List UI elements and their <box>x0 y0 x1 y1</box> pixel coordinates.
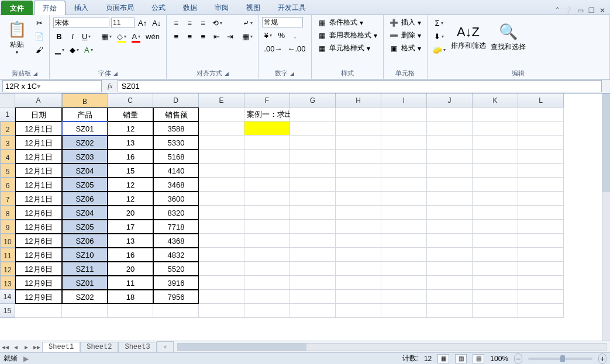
cell-F12[interactable] <box>244 262 290 276</box>
cell-L15[interactable] <box>518 304 564 318</box>
cell-B10[interactable]: SZ06 <box>62 234 108 248</box>
cell-C13[interactable]: 11 <box>108 276 153 290</box>
cell-H12[interactable] <box>336 262 381 276</box>
cell-G6[interactable] <box>290 178 336 192</box>
format-cells-button[interactable]: ▣格式 ▾ <box>387 43 423 54</box>
align-right-button[interactable]: ≡ <box>197 30 209 42</box>
bold-button[interactable]: B <box>53 30 65 42</box>
cell-E13[interactable] <box>199 276 244 290</box>
cell-G14[interactable] <box>290 290 336 304</box>
cell-J4[interactable] <box>427 150 473 164</box>
sort-filter-button[interactable]: A↓Z 排序和筛选 <box>450 17 487 58</box>
cell-G13[interactable] <box>290 276 336 290</box>
formula-input[interactable]: SZ01 <box>118 80 602 92</box>
cell-K3[interactable] <box>473 136 518 150</box>
col-header-G[interactable]: G <box>290 93 336 108</box>
increase-font-button[interactable]: A↑ <box>136 17 149 29</box>
cell-C4[interactable]: 16 <box>108 150 153 164</box>
cell-J1[interactable] <box>427 108 473 122</box>
view-layout-button[interactable]: ▥ <box>455 354 467 363</box>
cell-J3[interactable] <box>427 136 473 150</box>
cell-A2[interactable]: 12月1日 <box>15 122 62 136</box>
cell-C15[interactable] <box>108 304 153 318</box>
sheet-tab-3[interactable]: Sheet3 <box>118 342 156 352</box>
inc-decimal-button[interactable]: .00→ <box>262 43 284 54</box>
cell-C11[interactable]: 16 <box>108 248 153 262</box>
cell-B6[interactable]: SZ05 <box>62 178 108 192</box>
tab-layout[interactable]: 页面布局 <box>97 0 143 15</box>
cell-C2[interactable]: 12 <box>108 122 153 136</box>
cell-F10[interactable] <box>244 234 290 248</box>
cell-L11[interactable] <box>518 248 564 262</box>
insert-cells-button[interactable]: ➕插入 ▾ <box>387 17 423 28</box>
cell-B8[interactable]: SZ04 <box>62 206 108 220</box>
cell-H10[interactable] <box>336 234 381 248</box>
zoom-level[interactable]: 100% <box>490 355 508 363</box>
cell-K7[interactable] <box>473 192 518 206</box>
fx-icon[interactable]: fx <box>103 82 118 91</box>
font-color-button[interactable]: A <box>130 30 142 42</box>
cell-G3[interactable] <box>290 136 336 150</box>
cell-L4[interactable] <box>518 150 564 164</box>
row-header-15[interactable]: 15 <box>0 304 15 318</box>
cell-D10[interactable]: 4368 <box>153 234 199 248</box>
zoom-slider[interactable] <box>528 358 592 360</box>
align-top-button[interactable]: ≡ <box>170 17 182 29</box>
name-box[interactable]: 12R x 1C <box>2 80 102 92</box>
percent-button[interactable]: % <box>275 29 287 41</box>
cell-A8[interactable]: 12月6日 <box>15 206 62 220</box>
row-header-1[interactable]: 1 <box>0 108 15 122</box>
cell-E10[interactable] <box>199 234 244 248</box>
table-format-button[interactable]: ▦套用表格格式 ▾ <box>315 30 380 41</box>
cell-C8[interactable]: 20 <box>108 206 153 220</box>
cell-H11[interactable] <box>336 248 381 262</box>
cell-D9[interactable]: 7718 <box>153 220 199 234</box>
cell-B4[interactable]: SZ03 <box>62 150 108 164</box>
cell-D11[interactable]: 4832 <box>153 248 199 262</box>
cell-B11[interactable]: SZ10 <box>62 248 108 262</box>
border-bottom-button[interactable]: ▁ <box>53 44 66 56</box>
cell-E12[interactable] <box>199 262 244 276</box>
cell-G9[interactable] <box>290 220 336 234</box>
cell-H8[interactable] <box>336 206 381 220</box>
cell-D7[interactable]: 3600 <box>153 192 199 206</box>
tab-insert[interactable]: 插入 <box>66 0 97 15</box>
cell-F5[interactable] <box>244 164 290 178</box>
row-header-3[interactable]: 3 <box>0 136 15 150</box>
cell-L9[interactable] <box>518 220 564 234</box>
align-bottom-button[interactable]: ≡ <box>197 17 209 29</box>
cell-E7[interactable] <box>199 192 244 206</box>
cell-K12[interactable] <box>473 262 518 276</box>
row-header-8[interactable]: 8 <box>0 206 15 220</box>
cell-I13[interactable] <box>381 276 427 290</box>
cell-A3[interactable]: 12月1日 <box>15 136 62 150</box>
row-header-11[interactable]: 11 <box>0 248 15 262</box>
cell-E9[interactable] <box>199 220 244 234</box>
cell-J8[interactable] <box>427 206 473 220</box>
align-center-button[interactable]: ≡ <box>184 30 195 42</box>
cell-E5[interactable] <box>199 164 244 178</box>
cell-A13[interactable]: 12月9日 <box>15 276 62 290</box>
minimize-ribbon-icon[interactable]: ˄ <box>556 6 559 15</box>
cell-F2[interactable] <box>244 122 290 136</box>
cell-A4[interactable]: 12月1日 <box>15 150 62 164</box>
cell-L6[interactable] <box>518 178 564 192</box>
cell-L8[interactable] <box>518 206 564 220</box>
cell-J7[interactable] <box>427 192 473 206</box>
cell-L12[interactable] <box>518 262 564 276</box>
cell-I2[interactable] <box>381 122 427 136</box>
vertical-scrollbar[interactable] <box>602 93 610 341</box>
cell-G7[interactable] <box>290 192 336 206</box>
font-select[interactable] <box>53 18 109 28</box>
cell-J15[interactable] <box>427 304 473 318</box>
tab-file[interactable]: 文件 <box>1 1 33 15</box>
cell-K10[interactable] <box>473 234 518 248</box>
dec-decimal-button[interactable]: ←.00 <box>285 43 307 54</box>
dialog-launcher-icon[interactable]: ◢ <box>290 71 294 77</box>
col-header-F[interactable]: F <box>244 93 290 108</box>
cell-A11[interactable]: 12月6日 <box>15 248 62 262</box>
col-header-E[interactable]: E <box>199 93 244 108</box>
cell-K9[interactable] <box>473 220 518 234</box>
cell-C5[interactable]: 15 <box>108 164 153 178</box>
cell-E1[interactable] <box>199 108 244 122</box>
